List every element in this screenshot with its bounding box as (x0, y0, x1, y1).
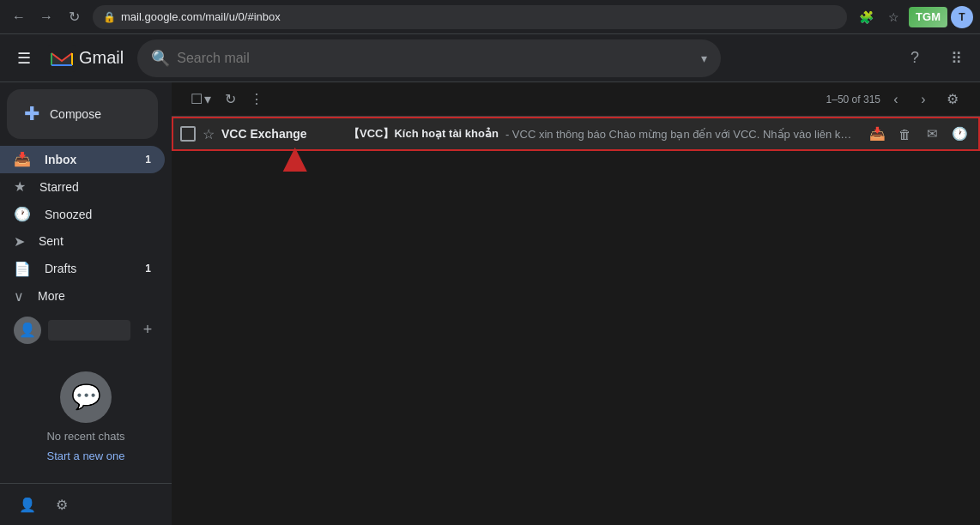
checkbox-icon: ☐ (191, 91, 203, 107)
start-new-chat-link[interactable]: Start a new one (46, 450, 124, 462)
delete-button[interactable]: 🗑 (892, 122, 916, 146)
snoozed-icon: 🕐 (14, 206, 31, 222)
compose-plus-icon: ✚ (24, 103, 39, 125)
compose-button[interactable]: ✚ Compose (7, 89, 158, 139)
snoozed-label: Snoozed (45, 208, 151, 221)
search-icon: 🔍 (151, 49, 170, 68)
gmail-container: ☰ Gmail 🔍 ▾ ? ⠿ ✚ (0, 34, 980, 525)
apps-button[interactable]: ⠿ (939, 41, 973, 75)
email-area: ☐ ▾ ↻ ⋮ 1–50 of 315 ‹ › ⚙ ☆ VCC Exch (172, 82, 980, 525)
sent-label: Sent (39, 234, 151, 248)
compose-label: Compose (50, 107, 101, 121)
drafts-label: Drafts (45, 262, 131, 275)
mark-unread-button[interactable]: ✉ (920, 122, 944, 146)
chat-avatar[interactable]: 👤 (14, 317, 41, 344)
header-right: ? ⠿ (898, 41, 973, 75)
gmail-header: ☰ Gmail 🔍 ▾ ? ⠿ (0, 34, 980, 82)
main-content: ✚ Compose 📥 Inbox 1 ★ Starred 🕐 Snoozed … (0, 82, 980, 525)
gmail-logo-text: Gmail (79, 48, 124, 68)
select-all-button[interactable]: ☐ ▾ (185, 86, 216, 113)
select-dropdown-icon: ▾ (204, 91, 211, 107)
sidebar-item-drafts[interactable]: 📄 Drafts 1 (0, 255, 165, 282)
email-preview: - VCC xin thông báo Chào mừng bạn đến vớ… (505, 128, 858, 141)
email-list: ☆ VCC Exchange 【VCC】Kích hoạt tài khoản … (172, 117, 980, 525)
sidebar-item-more[interactable]: ∨ More (0, 282, 165, 310)
no-chats-text: No recent chats (46, 430, 124, 443)
sidebar-item-snoozed[interactable]: 🕐 Snoozed (0, 201, 165, 228)
refresh-button[interactable]: ↻ (220, 86, 241, 113)
settings-bottom-button[interactable]: ⚙ (48, 491, 76, 518)
browser-nav-buttons: ← → ↻ (7, 5, 86, 29)
gmail-logo: Gmail (48, 45, 124, 72)
sidebar-bottom: 👤 ⚙ (0, 483, 172, 525)
email-checkbox[interactable] (180, 126, 196, 142)
help-button[interactable]: ? (898, 41, 932, 75)
email-sender: VCC Exchange (221, 127, 342, 141)
pagination-prev-button[interactable]: ‹ (884, 88, 908, 112)
people-icon-button[interactable]: 👤 (14, 491, 41, 518)
search-bar[interactable]: 🔍 ▾ (137, 39, 721, 77)
more-actions-button[interactable]: ⋮ (245, 86, 269, 113)
star-icon[interactable]: ☆ (203, 126, 215, 142)
drafts-icon: 📄 (14, 261, 31, 277)
email-subject: 【VCC】Kích hoạt tài khoản (348, 126, 499, 142)
inbox-badge: 1 (145, 154, 151, 166)
sidebar: ✚ Compose 📥 Inbox 1 ★ Starred 🕐 Snoozed … (0, 82, 172, 525)
add-chat-button[interactable]: + (137, 320, 158, 341)
pagination-text: 1–50 of 315 (826, 94, 880, 106)
inbox-icon: 📥 (14, 151, 31, 167)
browser-actions: 🧩 ☆ TGM T (854, 5, 973, 29)
starred-label: Starred (39, 180, 151, 194)
settings-button[interactable]: ⚙ (939, 86, 966, 113)
refresh-button[interactable]: ↻ (62, 5, 86, 29)
inbox-label: Inbox (45, 153, 131, 166)
pagination-next-button[interactable]: › (911, 88, 935, 112)
chat-bubble-icon: 💬 (60, 371, 112, 423)
more-chevron-icon: ∨ (14, 288, 24, 305)
lock-icon: 🔒 (103, 11, 116, 23)
extensions-button[interactable]: 🧩 (854, 5, 878, 29)
forward-button[interactable]: → (34, 5, 58, 29)
browser-chrome: ← → ↻ 🔒 mail.google.com/mail/u/0/#inbox … (0, 0, 980, 34)
table-row[interactable]: ☆ VCC Exchange 【VCC】Kích hoạt tài khoản … (172, 117, 980, 151)
chat-section: 👤 + (0, 310, 172, 351)
tgm-badge: TGM (909, 7, 947, 27)
archive-button[interactable]: 📥 (865, 122, 889, 146)
starred-icon: ★ (14, 178, 26, 195)
email-toolbar: ☐ ▾ ↻ ⋮ 1–50 of 315 ‹ › ⚙ (172, 82, 980, 117)
bookmark-button[interactable]: ☆ (881, 5, 905, 29)
search-dropdown-icon[interactable]: ▾ (701, 51, 707, 65)
no-chats-section: 💬 No recent chats Start a new one (0, 351, 172, 483)
url-text: mail.google.com/mail/u/0/#inbox (121, 10, 281, 23)
chat-name-bar (48, 320, 130, 341)
sidebar-item-inbox[interactable]: 📥 Inbox 1 (0, 146, 165, 173)
menu-button[interactable]: ☰ (7, 41, 41, 75)
sidebar-item-sent[interactable]: ➤ Sent (0, 227, 165, 255)
sidebar-item-starred[interactable]: ★ Starred (0, 173, 165, 201)
address-bar[interactable]: 🔒 mail.google.com/mail/u/0/#inbox (93, 5, 847, 29)
sent-icon: ➤ (14, 233, 25, 250)
user-avatar[interactable]: T (951, 6, 973, 28)
back-button[interactable]: ← (7, 5, 31, 29)
snooze-button[interactable]: 🕐 (947, 122, 971, 146)
drafts-badge: 1 (145, 262, 151, 275)
pagination: 1–50 of 315 ‹ › ⚙ (826, 86, 966, 113)
email-actions: 📥 🗑 ✉ 🕐 (865, 122, 971, 146)
gmail-logo-icon (48, 45, 76, 72)
search-input[interactable] (177, 51, 694, 66)
more-label: More (38, 289, 151, 303)
